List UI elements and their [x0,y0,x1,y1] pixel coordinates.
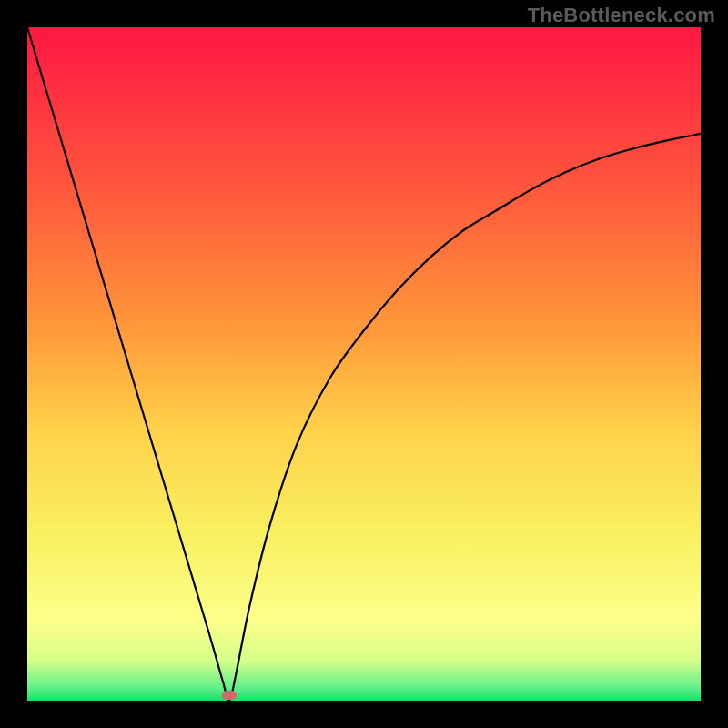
chart-svg [27,27,701,701]
chart-frame: TheBottleneck.com [0,0,728,728]
plot-area [27,27,701,701]
watermark-text: TheBottleneck.com [528,4,715,27]
optimal-marker [222,691,237,700]
